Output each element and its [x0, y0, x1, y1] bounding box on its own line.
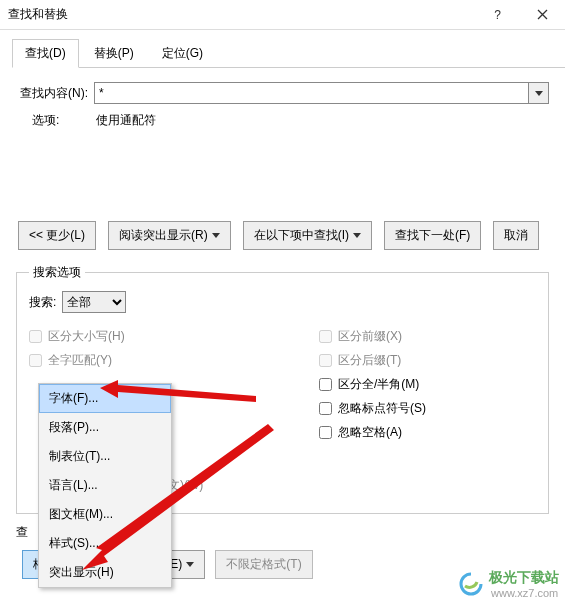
watermark: 极光下载站 www.xz7.com	[459, 569, 559, 599]
search-direction-select[interactable]: 全部	[62, 291, 126, 313]
dialog-title: 查找和替换	[8, 6, 475, 23]
ignore-space-checkbox[interactable]: 忽略空格(A)	[319, 424, 536, 441]
prefix-checkbox: 区分前缀(X)	[319, 328, 536, 345]
annotation-arrow-bottom	[82, 420, 282, 570]
svg-marker-1	[82, 424, 274, 570]
find-dropdown-button[interactable]	[529, 82, 549, 104]
search-options-legend: 搜索选项	[29, 264, 85, 281]
tab-replace[interactable]: 替换(P)	[81, 39, 147, 68]
width-checkbox[interactable]: 区分全/半角(M)	[319, 376, 536, 393]
suffix-checkbox: 区分后缀(T)	[319, 352, 536, 369]
match-case-checkbox: 区分大小写(H)	[29, 328, 319, 345]
less-button[interactable]: << 更少(L)	[18, 221, 96, 250]
options-value: 使用通配符	[96, 112, 156, 129]
find-combo[interactable]	[94, 82, 549, 104]
watermark-logo-icon	[459, 572, 483, 596]
svg-marker-0	[100, 380, 256, 402]
find-next-button[interactable]: 查找下一处(F)	[384, 221, 481, 250]
whole-word-checkbox: 全字匹配(Y)	[29, 352, 319, 369]
find-in-button[interactable]: 在以下项中查找(I)	[243, 221, 372, 250]
chevron-down-icon	[535, 91, 543, 96]
close-icon	[537, 9, 548, 20]
find-label: 查找内容(N):	[16, 85, 94, 102]
cancel-button[interactable]: 取消	[493, 221, 539, 250]
titlebar: 查找和替换 ?	[0, 0, 565, 30]
ignore-punc-checkbox[interactable]: 忽略标点符号(S)	[319, 400, 536, 417]
find-input[interactable]	[94, 82, 529, 104]
close-button[interactable]	[520, 0, 565, 30]
reading-highlight-label: 阅读突出显示(R)	[119, 227, 208, 244]
find-in-label: 在以下项中查找(I)	[254, 227, 349, 244]
options-label: 选项:	[32, 112, 94, 129]
chevron-down-icon	[353, 233, 361, 238]
tab-find[interactable]: 查找(D)	[12, 39, 79, 68]
search-direction-label: 搜索:	[29, 294, 56, 311]
annotation-arrow-top	[100, 378, 260, 408]
tab-strip: 查找(D) 替换(P) 定位(G)	[12, 38, 565, 68]
help-button[interactable]: ?	[475, 0, 520, 30]
watermark-url: www.xz7.com	[491, 587, 559, 599]
reading-highlight-button[interactable]: 阅读突出显示(R)	[108, 221, 231, 250]
chevron-down-icon	[212, 233, 220, 238]
tab-goto[interactable]: 定位(G)	[149, 39, 216, 68]
watermark-text: 极光下载站	[489, 569, 559, 587]
replace-section-label: 查	[16, 524, 28, 541]
